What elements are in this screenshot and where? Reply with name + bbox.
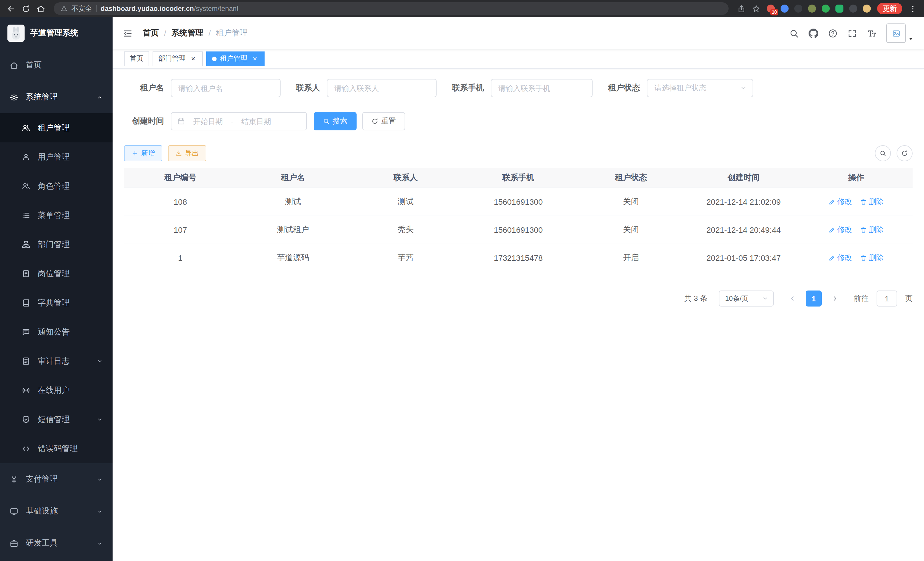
sidebar-collapse-icon[interactable]	[123, 28, 133, 38]
browser-update-button[interactable]: 更新	[877, 3, 902, 14]
cell-phone: 17321315478	[462, 244, 574, 272]
sidebar-item-user[interactable]: 用户管理	[0, 142, 112, 171]
column-header: 联系人	[350, 168, 462, 188]
page-size-select[interactable]: 10条/页	[719, 290, 774, 307]
toggle-search-button[interactable]	[875, 145, 891, 161]
page-number-button[interactable]: 1	[806, 290, 822, 307]
sidebar-item-sms[interactable]: 短信管理	[0, 405, 112, 434]
sidebar-item-tenant[interactable]: 租户管理	[0, 113, 112, 142]
edit-icon	[829, 254, 836, 261]
screen: 不安全 dashboard.yudao.iocoder.cn/system/te…	[0, 0, 924, 561]
github-icon[interactable]	[808, 28, 818, 38]
browser-menu-kebab-icon[interactable]	[909, 4, 917, 13]
sidebar-item-dict[interactable]: 字典管理	[0, 288, 112, 317]
breadcrumb-item: 租户管理	[216, 28, 248, 38]
tags-view-tab[interactable]: 首页	[124, 51, 149, 66]
font-size-icon[interactable]	[867, 28, 877, 38]
sidebar-item-label: 审计日志	[38, 356, 70, 366]
extension-red[interactable]: 10	[767, 5, 775, 13]
browser-back-icon[interactable]	[7, 4, 15, 13]
url-text[interactable]: dashboard.yudao.iocoder.cn/system/tenant	[100, 5, 238, 13]
doc-icon	[22, 357, 30, 365]
sidebar-item-home[interactable]: 首页	[0, 49, 112, 81]
address-bar[interactable]: 不安全 dashboard.yudao.iocoder.cn/system/te…	[54, 2, 729, 15]
url-path: /system/tenant	[194, 5, 238, 13]
sidebar-item-dev-tool[interactable]: 研发工具	[0, 527, 112, 559]
sidebar-item-infra[interactable]: 基础设施	[0, 495, 112, 527]
add-button[interactable]: 新增	[124, 145, 162, 161]
sidebar-item-audit-log[interactable]: 审计日志	[0, 347, 112, 376]
security-label[interactable]: 不安全	[71, 4, 92, 14]
extension-dark-globe[interactable]	[794, 5, 802, 13]
trash-icon	[860, 254, 867, 261]
date-end-input[interactable]	[236, 117, 277, 126]
tenant-status-select[interactable]: 请选择租户状态	[647, 79, 753, 97]
header-search-icon[interactable]	[789, 28, 799, 38]
search-button[interactable]: 搜索	[314, 112, 357, 130]
help-icon[interactable]	[828, 28, 838, 38]
calendar-icon	[177, 117, 185, 125]
sidebar-item-menu[interactable]: 菜单管理	[0, 201, 112, 230]
delete-button[interactable]: 删除	[860, 197, 884, 207]
extension-green-square[interactable]	[836, 5, 843, 13]
sidebar-item-dept[interactable]: 部门管理	[0, 230, 112, 259]
extension-blue[interactable]	[781, 5, 789, 13]
phone-input[interactable]	[491, 79, 592, 97]
create-time-range-picker[interactable]: -	[171, 112, 307, 130]
logo[interactable]: 芋道管理系统	[0, 17, 112, 49]
tags-view-tab[interactable]: 部门管理×	[153, 51, 203, 66]
reset-button[interactable]: 重置	[362, 112, 405, 130]
tenant-name-input[interactable]	[171, 79, 280, 97]
avatar[interactable]	[886, 23, 906, 43]
column-header: 租户编号	[124, 168, 237, 188]
sidebar-item-notice[interactable]: 通知公告	[0, 317, 112, 347]
sidebar-item-label: 支付管理	[26, 474, 58, 484]
yen-icon	[10, 475, 18, 484]
sidebar-item-payment[interactable]: 支付管理	[0, 463, 112, 495]
edit-button[interactable]: 修改	[829, 253, 852, 263]
delete-button[interactable]: 删除	[860, 225, 884, 235]
close-icon[interactable]: ×	[251, 55, 259, 63]
breadcrumb-item[interactable]: 系统管理	[171, 28, 203, 38]
book-icon	[22, 299, 30, 307]
phone-label: 联系手机	[452, 83, 484, 93]
users-icon	[22, 182, 30, 190]
browser-chrome: 不安全 dashboard.yudao.iocoder.cn/system/te…	[0, 0, 924, 17]
page-size-value: 10条/页	[725, 294, 748, 303]
sidebar-item-post[interactable]: 岗位管理	[0, 259, 112, 288]
sidebar-item-online-user[interactable]: 在线用户	[0, 376, 112, 405]
fullscreen-icon[interactable]	[848, 28, 857, 38]
bookmark-star-icon[interactable]	[752, 4, 760, 13]
close-icon[interactable]: ×	[189, 55, 197, 63]
sidebar-item-role[interactable]: 角色管理	[0, 171, 112, 201]
cell-actions: 修改删除	[800, 244, 913, 272]
sidebar-item-error-code[interactable]: 错误码管理	[0, 434, 112, 463]
tags-view-tab[interactable]: 租户管理×	[206, 51, 265, 66]
delete-button[interactable]: 删除	[860, 253, 884, 263]
sidebar-item-system[interactable]: 系统管理	[0, 81, 112, 113]
contact-input[interactable]	[327, 79, 436, 97]
prev-page-button[interactable]	[785, 291, 800, 306]
browser-home-icon[interactable]	[37, 4, 45, 13]
sidebar-item-label: 基础设施	[26, 506, 58, 516]
date-start-input[interactable]	[188, 117, 229, 126]
edit-button[interactable]: 修改	[829, 225, 852, 235]
browser-refresh-icon[interactable]	[22, 4, 30, 13]
export-button[interactable]: 导出	[168, 145, 206, 161]
edit-button[interactable]: 修改	[829, 197, 852, 207]
contact-label: 联系人	[296, 83, 320, 93]
table-header-row: 租户编号租户名联系人联系手机租户状态创建时间操作	[124, 168, 913, 188]
breadcrumb-item[interactable]: 首页	[143, 28, 159, 38]
next-page-button[interactable]	[827, 291, 842, 306]
refresh-table-button[interactable]	[897, 145, 913, 161]
extension-green[interactable]	[822, 5, 830, 13]
home-icon	[10, 61, 18, 69]
cell-status: 关闭	[574, 188, 687, 216]
extension-tan-avatar[interactable]	[863, 5, 871, 13]
goto-page-input[interactable]	[877, 290, 897, 307]
trash-icon	[860, 199, 867, 205]
share-icon[interactable]	[737, 4, 746, 13]
avatar-menu[interactable]	[886, 23, 914, 43]
extension-gray-pin[interactable]	[849, 5, 857, 13]
extension-olive[interactable]	[808, 5, 816, 13]
